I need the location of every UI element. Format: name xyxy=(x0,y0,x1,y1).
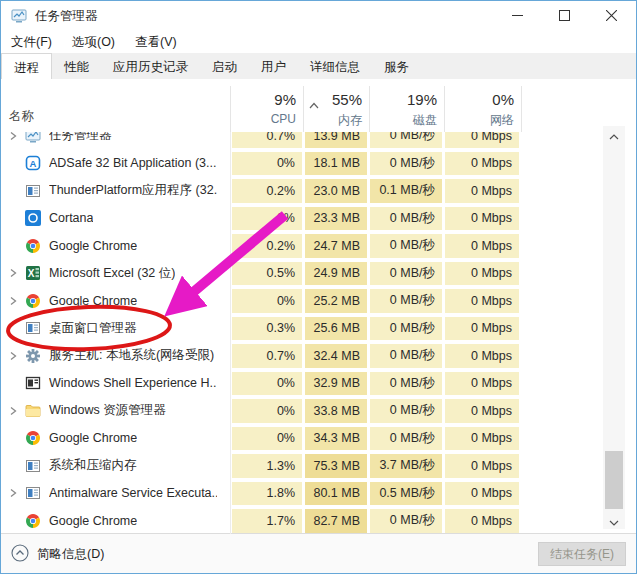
name-column-divider xyxy=(230,132,231,534)
table-row[interactable]: Windows Shell Experience H... 0% 32.9 MB… xyxy=(1,370,636,398)
table-row[interactable]: Google Chrome 0.2% 24.7 MB 0 MB/秒 0 Mbps xyxy=(1,232,636,260)
cpu-cell: 0% xyxy=(232,152,302,176)
table-row[interactable]: Google Chrome 0% 25.2 MB 0 MB/秒 0 Mbps xyxy=(1,287,636,315)
cpu-cell: 0.2% xyxy=(232,179,302,203)
table-row[interactable]: Antimalware Service Executa... 1.8% 80.1… xyxy=(1,480,636,508)
network-cell: 0 Mbps xyxy=(445,132,519,148)
maximize-button[interactable] xyxy=(541,1,588,31)
svg-text:A: A xyxy=(30,158,37,169)
cpu-cell: 0.7% xyxy=(232,132,302,148)
scroll-down-button[interactable] xyxy=(603,512,625,529)
table-row[interactable]: 服务主机: 本地系统(网络受限) (... 0.7% 32.4 MB 0 MB/… xyxy=(1,342,636,370)
process-name: 系统和压缩内存 xyxy=(49,457,137,474)
memory-cell: 18.1 MB xyxy=(305,152,367,176)
process-name: Google Chrome xyxy=(49,239,137,253)
table-row[interactable]: ThunderPlatform应用程序 (32... 0.2% 23.0 MB … xyxy=(1,177,636,205)
memory-cell: 82.7 MB xyxy=(305,509,367,533)
network-cell: 0 Mbps xyxy=(445,344,519,368)
expand-chevron-icon[interactable] xyxy=(6,132,20,141)
chevron-up-icon xyxy=(609,126,619,144)
window-title: 任务管理器 xyxy=(35,8,98,25)
memory-cell: 34.3 MB xyxy=(305,427,367,451)
table-row[interactable]: A ADSafe 32 Bit Application (3... 0% 18.… xyxy=(1,150,636,178)
cpu-cell: 1.7% xyxy=(232,509,302,533)
expand-chevron-icon[interactable] xyxy=(6,488,20,498)
memory-cell: 23.3 MB xyxy=(305,207,367,231)
fewer-details-toggle[interactable]: 简略信息(D) xyxy=(11,544,104,565)
table-row[interactable]: Google Chrome 0% 34.3 MB 0 MB/秒 0 Mbps xyxy=(1,425,636,453)
tab-processes[interactable]: 进程 xyxy=(1,53,52,79)
gear-icon xyxy=(25,348,41,364)
column-header-name[interactable]: 名称 xyxy=(9,108,34,125)
expand-chevron-icon[interactable] xyxy=(6,406,20,416)
expand-chevron-icon[interactable] xyxy=(6,351,20,361)
table-row[interactable]: X Microsoft Excel (32 位) 0.5% 24.9 MB 0 … xyxy=(1,260,636,288)
adsafe-icon: A xyxy=(25,155,41,171)
cpu-cell: 0.3% xyxy=(232,317,302,341)
network-cell: 0 Mbps xyxy=(445,262,519,286)
menu-file[interactable]: 文件(F) xyxy=(1,32,62,53)
column-header-memory[interactable]: 55% 内存 xyxy=(303,86,369,132)
column-header-cpu[interactable]: 9% CPU xyxy=(230,86,303,132)
disk-cell: 0 MB/秒 xyxy=(370,317,442,341)
memory-cell: 24.7 MB xyxy=(305,234,367,258)
column-header-disk[interactable]: 19% 磁盘 xyxy=(369,86,444,132)
window-controls xyxy=(494,1,635,31)
scroll-up-button[interactable] xyxy=(603,126,625,143)
network-cell: 0 Mbps xyxy=(445,317,519,341)
disk-cell: 0 MB/秒 xyxy=(370,207,442,231)
disk-cell: 0 MB/秒 xyxy=(370,132,442,148)
disk-cell: 0 MB/秒 xyxy=(370,399,442,423)
minimize-button[interactable] xyxy=(494,1,541,31)
process-name: Cortana xyxy=(49,211,93,225)
scrollbar-thumb[interactable] xyxy=(605,451,623,509)
table-row[interactable]: 任务管理器 0.7% 13.9 MB 0 MB/秒 0 Mbps xyxy=(1,132,636,150)
network-cell: 0 Mbps xyxy=(445,289,519,313)
tab-2[interactable]: 应用历史记录 xyxy=(101,53,200,79)
column-header-network[interactable]: 0% 网络 xyxy=(444,86,521,132)
close-button[interactable] xyxy=(588,1,635,31)
tab-3[interactable]: 启动 xyxy=(200,53,249,79)
network-cell: 0 Mbps xyxy=(445,399,519,423)
process-name: Windows 资源管理器 xyxy=(49,402,166,419)
network-cell: 0 Mbps xyxy=(445,427,519,451)
shell-window-icon xyxy=(25,375,41,391)
process-rows: 任务管理器 0.7% 13.9 MB 0 MB/秒 0 Mbps A ADSaf… xyxy=(1,132,636,534)
menu-bar: 文件(F) 选项(O) 查看(V) xyxy=(1,31,636,53)
expand-chevron-icon[interactable] xyxy=(6,296,20,306)
process-name: Windows Shell Experience H... xyxy=(49,376,217,390)
table-row[interactable]: Cortana 0% 23.3 MB 0 MB/秒 0 Mbps xyxy=(1,205,636,233)
chrome-icon xyxy=(25,293,41,309)
process-name: Antimalware Service Executa... xyxy=(49,486,217,500)
process-name: Google Chrome xyxy=(49,514,137,528)
cpu-total-percent: 9% xyxy=(231,91,296,108)
network-cell: 0 Mbps xyxy=(445,509,519,533)
cpu-cell: 0.5% xyxy=(232,262,302,286)
disk-cell: 0 MB/秒 xyxy=(370,234,442,258)
network-cell: 0 Mbps xyxy=(445,207,519,231)
memory-cell: 75.3 MB xyxy=(305,454,367,478)
chrome-icon xyxy=(25,513,41,529)
tab-1[interactable]: 性能 xyxy=(52,53,101,79)
tab-6[interactable]: 服务 xyxy=(372,53,421,79)
network-cell: 0 Mbps xyxy=(445,482,519,506)
table-row[interactable]: 桌面窗口管理器 0.3% 25.6 MB 0 MB/秒 0 Mbps xyxy=(1,315,636,343)
end-task-button[interactable]: 结束任务(E) xyxy=(538,542,626,566)
disk-cell: 0 MB/秒 xyxy=(370,427,442,451)
cpu-cell: 1.3% xyxy=(232,454,302,478)
tab-4[interactable]: 用户 xyxy=(249,53,298,79)
expand-chevron-icon[interactable] xyxy=(6,268,20,278)
svg-text:X: X xyxy=(28,268,35,279)
table-header: 名称 9% CPU 55% 内存 19% 磁盘 0% 网络 xyxy=(1,86,636,133)
table-row[interactable]: 系统和压缩内存 1.3% 75.3 MB 3.7 MB/秒 0 Mbps xyxy=(1,452,636,480)
task-manager-icon xyxy=(11,8,27,24)
table-row[interactable]: Google Chrome 1.7% 82.7 MB 0 MB/秒 0 Mbps xyxy=(1,507,636,534)
table-row[interactable]: Windows 资源管理器 0% 33.8 MB 0 MB/秒 0 Mbps xyxy=(1,397,636,425)
chrome-icon xyxy=(25,238,41,254)
chevron-up-circle-icon xyxy=(11,544,29,565)
menu-options[interactable]: 选项(O) xyxy=(62,32,125,53)
tab-5[interactable]: 详细信息 xyxy=(298,53,372,79)
folder-icon xyxy=(25,403,41,419)
vertical-scrollbar[interactable] xyxy=(603,126,625,529)
menu-view[interactable]: 查看(V) xyxy=(125,32,187,53)
